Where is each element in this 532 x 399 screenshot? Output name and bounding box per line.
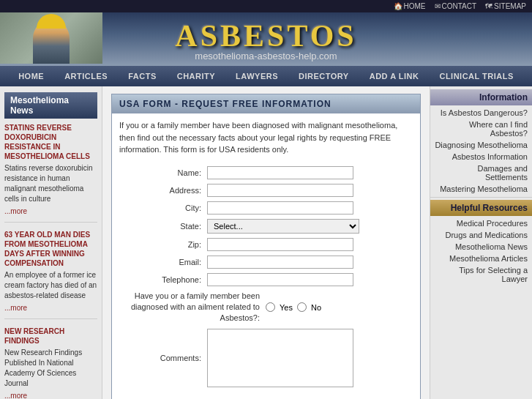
zip-label: Zip: [119, 240, 207, 249]
name-input[interactable] [207, 166, 353, 179]
helpful-link-2[interactable]: Drugs and Medications [430, 229, 532, 241]
nav-lawyers[interactable]: LAWYERS [225, 66, 288, 86]
news-text-3: New Research Findings Published In Natio… [4, 348, 97, 389]
news-text-2: An employee of a former ice cream factor… [4, 270, 97, 301]
helpful-link-4[interactable]: Mesothelioma Articles [430, 253, 532, 264]
news-more-2[interactable]: ...more [4, 304, 27, 312]
form-fields: Name: Address: City: State: Selec [112, 162, 420, 396]
left-sidebar: Mesothelioma News STATINS REVERSE DOXORU… [0, 86, 102, 399]
helpful-link-1[interactable]: Medical Procedures [430, 217, 532, 229]
yes-label: Yes [280, 303, 293, 312]
main-nav: HOME ARTICLES FACTS CHARITY LAWYERS DIRE… [0, 66, 532, 86]
telephone-input[interactable] [207, 273, 353, 286]
news-block-2: 63 YEAR OLD MAN DIES FROM MESOTHELIOMA D… [4, 230, 97, 319]
asbestos-row: Have you or a family member been diagnos… [119, 291, 413, 324]
nav-directory[interactable]: DIRECTORY [288, 66, 359, 86]
name-row: Name: [119, 166, 413, 179]
telephone-row: Telephone: [119, 273, 413, 286]
request-form-box: USA FORM - REQUEST FREE INFORMATION If y… [111, 94, 421, 399]
zip-input[interactable] [207, 238, 353, 251]
comments-textarea[interactable] [207, 329, 353, 387]
news-title-2[interactable]: 63 YEAR OLD MAN DIES FROM MESOTHELIOMA D… [4, 230, 97, 268]
email-label: Email: [119, 258, 207, 266]
nav-add-link[interactable]: ADD A LINK [359, 66, 430, 86]
info-link-2[interactable]: Where can I find Asbestos? [430, 119, 532, 139]
asbestos-question: Have you or a family member been diagnos… [119, 291, 266, 324]
news-text-1: Statins reverse doxorubicin resistance i… [4, 163, 97, 204]
nav-articles[interactable]: ARTICLES [54, 66, 118, 86]
no-label: No [311, 303, 321, 312]
info-link-5[interactable]: Damages and Settlements [430, 163, 532, 183]
city-input[interactable] [207, 201, 353, 215]
worker-helmet [37, 14, 66, 29]
news-block-1: STATINS REVERSE DOXORUBICIN RESISTANCE I… [4, 123, 97, 223]
nav-home[interactable]: HOME [8, 66, 54, 86]
news-title-3[interactable]: NEW RESEARCH FINDINGS [4, 327, 97, 346]
header-image [0, 12, 102, 64]
top-bar: 🏠 HOME ✉ CONTACT 🗺 SITEMAP [0, 0, 532, 12]
info-link-6[interactable]: Mastering Mesothelioma [430, 183, 532, 195]
state-select[interactable]: Select... AlabamaAlaskaArizona ArkansasC… [207, 219, 359, 234]
asbestos-radio-group: Yes No [266, 302, 321, 312]
news-more-1[interactable]: ...more [4, 207, 27, 215]
helpful-link-5[interactable]: Tips for Selecting a Lawyer [430, 264, 532, 285]
nav-facts[interactable]: FACTS [118, 66, 167, 86]
telephone-label: Telephone: [119, 275, 207, 284]
right-divider [430, 197, 532, 198]
information-section-title: Information [430, 89, 532, 105]
name-label: Name: [119, 168, 207, 177]
home-toplink[interactable]: 🏠 HOME [394, 2, 426, 10]
zip-row: Zip: [119, 238, 413, 251]
sitemap-toplink[interactable]: 🗺 SITEMAP [485, 2, 526, 10]
worker-figure [33, 20, 70, 64]
info-link-4[interactable]: Asbestos Information [430, 151, 532, 163]
state-label: State: [119, 222, 207, 231]
sidebar-title: Mesothelioma News [4, 92, 97, 119]
form-description: If you or a family member have been diag… [112, 113, 420, 162]
helpful-section-title: Helpful Resources [430, 200, 532, 216]
sitemap-icon: 🗺 [485, 2, 492, 10]
news-title-1[interactable]: STATINS REVERSE DOXORUBICIN RESISTANCE I… [4, 123, 97, 161]
info-link-3[interactable]: Diagnosing Mesothelioma [430, 139, 532, 151]
site-logo: ASBESTOS [175, 18, 356, 53]
asbestos-no-radio[interactable] [297, 302, 307, 312]
news-more-3[interactable]: ...more [4, 392, 27, 399]
city-row: City: [119, 201, 413, 215]
address-label: Address: [119, 186, 207, 195]
nav-clinical-trials[interactable]: CLINICAL TRIALS [429, 66, 523, 86]
comments-label: Comments: [119, 354, 207, 362]
helpful-link-3[interactable]: Mesothelioma News [430, 241, 532, 253]
center-content: USA FORM - REQUEST FREE INFORMATION If y… [102, 86, 430, 399]
asbestos-yes-radio[interactable] [266, 302, 275, 312]
comments-row: Comments: [119, 329, 413, 387]
submit-row: Submit [112, 396, 420, 399]
news-block-3: NEW RESEARCH FINDINGS New Research Findi… [4, 327, 97, 399]
email-input[interactable] [207, 256, 353, 269]
address-input[interactable] [207, 184, 353, 197]
address-row: Address: [119, 184, 413, 197]
home-icon: 🏠 [394, 2, 402, 10]
site-header: ASBESTOS mesothelioma-asbestos-help.com [0, 12, 532, 66]
city-label: City: [119, 204, 207, 212]
form-title: USA FORM - REQUEST FREE INFORMATION [112, 94, 420, 113]
contact-toplink[interactable]: ✉ CONTACT [435, 2, 477, 10]
email-row: Email: [119, 256, 413, 269]
state-row: State: Select... AlabamaAlaskaArizona Ar… [119, 219, 413, 234]
info-link-1[interactable]: Is Asbestos Dangerous? [430, 107, 532, 119]
main-content: Mesothelioma News STATINS REVERSE DOXORU… [0, 86, 532, 399]
contact-icon: ✉ [435, 2, 441, 10]
right-sidebar: Information Is Asbestos Dangerous? Where… [430, 86, 532, 399]
site-subtitle: mesothelioma-asbestos-help.com [195, 51, 337, 61]
nav-charity[interactable]: CHARITY [167, 66, 225, 86]
